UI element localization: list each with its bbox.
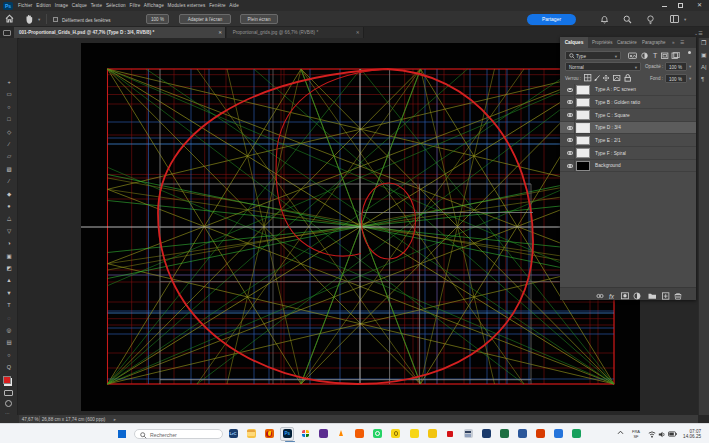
svg-text:T: T: [653, 52, 658, 59]
svg-text:fx: fx: [609, 292, 615, 299]
